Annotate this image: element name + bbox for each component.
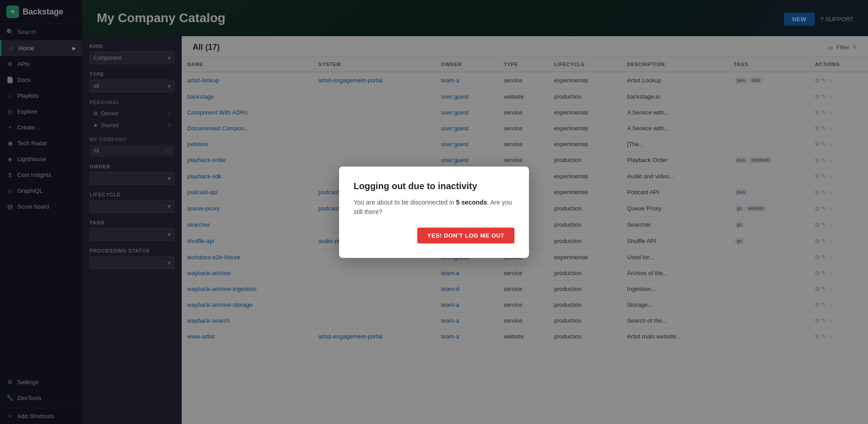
modal-body-prefix: You are about to be disconnected in (354, 199, 456, 206)
modal-countdown: 5 seconds (456, 199, 487, 206)
logout-modal: Logging out due to inactivity You are ab… (339, 167, 529, 258)
stay-logged-in-button[interactable]: YES! DON'T LOG ME OUT (417, 228, 514, 243)
modal-actions: YES! DON'T LOG ME OUT (354, 228, 514, 243)
modal-body: You are about to be disconnected in 5 se… (354, 198, 514, 217)
modal-title: Logging out due to inactivity (354, 181, 514, 191)
modal-overlay: Logging out due to inactivity You are ab… (0, 0, 868, 424)
